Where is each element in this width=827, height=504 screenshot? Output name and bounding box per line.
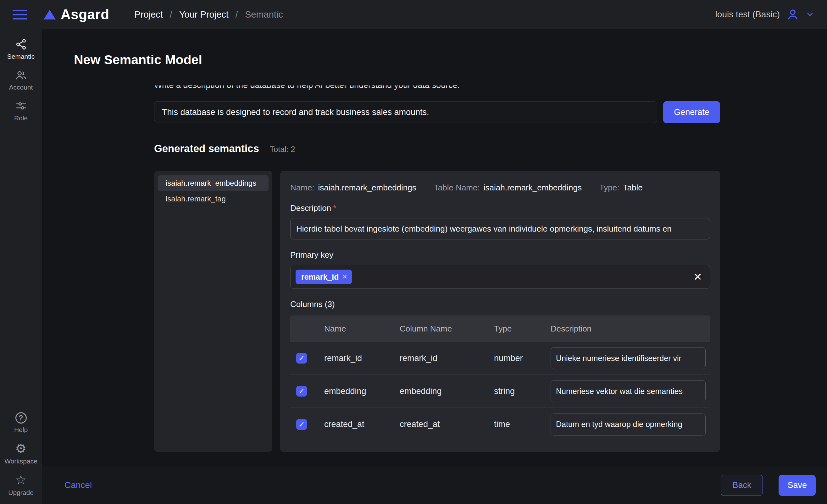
list-item-remark-embeddings[interactable]: isaiah.remark_embeddings	[158, 175, 269, 191]
footer-bar: Cancel Back Save	[42, 466, 827, 504]
breadcrumb: Project / Your Project / Semantic	[135, 9, 283, 20]
header-name: Name	[319, 324, 394, 334]
user-menu: louis test (Basic)	[715, 8, 815, 21]
footer-actions: Back Save	[721, 475, 816, 496]
table-name-value: isaiah.remark_embeddings	[484, 183, 582, 192]
sidebar-item-upgrade[interactable]: ☆ Upgrade	[0, 474, 42, 496]
tag-remove-icon[interactable]: ✕	[342, 273, 348, 281]
semantic-form: Write a description of the database to h…	[154, 86, 720, 452]
cell-type: number	[488, 353, 545, 363]
help-icon: ?	[15, 412, 27, 424]
description-field-label: Description*	[290, 203, 710, 213]
breadcrumb-separator: /	[170, 9, 172, 20]
page-content: New Semantic Model Write a description o…	[42, 29, 827, 466]
generate-button[interactable]: Generate	[663, 101, 720, 123]
sidebar-item-help[interactable]: ? Help	[0, 412, 42, 433]
save-button[interactable]: Save	[779, 475, 816, 496]
account-icon	[15, 69, 27, 81]
primary-key-select[interactable]: remark_id ✕ ✕	[290, 265, 710, 289]
primary-key-label: Primary key	[290, 250, 710, 260]
sidebar-item-role[interactable]: Role	[0, 100, 42, 121]
columns-table: Name Column Name Type Description ✓ rema…	[290, 316, 710, 441]
list-item-remark-tag[interactable]: isaiah.remark_tag	[158, 191, 269, 207]
sidebar-label: Upgrade	[8, 489, 34, 496]
column-description-input[interactable]	[550, 347, 706, 369]
name-label: Name:	[290, 183, 314, 192]
header-column-name: Column Name	[394, 324, 488, 334]
breadcrumb-separator: /	[236, 9, 238, 20]
breadcrumb-semantic: Semantic	[245, 9, 283, 20]
db-description-input[interactable]	[154, 101, 657, 123]
column-description-input[interactable]	[550, 413, 706, 436]
chevron-down-icon[interactable]	[806, 10, 815, 19]
sidebar-label: Role	[14, 115, 28, 121]
main-area: New Semantic Model Write a description o…	[42, 29, 827, 504]
user-name[interactable]: louis test (Basic)	[715, 9, 780, 19]
column-description-input[interactable]	[550, 380, 706, 402]
brand-name: Asgard	[61, 7, 109, 22]
table-row: ✓ created_at created_at time	[290, 408, 710, 441]
asgard-logo-icon	[44, 10, 56, 19]
semantic-icon	[15, 38, 27, 50]
columns-label: Columns (3)	[290, 299, 710, 309]
columns-table-header: Name Column Name Type Description	[290, 316, 710, 342]
breadcrumb-project[interactable]: Project	[135, 9, 163, 20]
star-icon: ☆	[15, 474, 27, 487]
table-name-label: Table Name:	[434, 183, 480, 192]
row-checkbox[interactable]: ✓	[296, 419, 307, 430]
page-title: New Semantic Model	[74, 52, 827, 67]
sidebar-label: Help	[14, 427, 28, 433]
topbar: Asgard Project / Your Project / Semantic…	[0, 0, 827, 29]
header-type: Type	[488, 324, 545, 334]
sidebar-item-workspace[interactable]: ⚙ Workspace	[0, 442, 42, 464]
menu-icon[interactable]	[12, 10, 28, 19]
cancel-button[interactable]: Cancel	[64, 480, 92, 490]
generate-row: Generate	[154, 101, 720, 123]
table-detail-panel: Name: isaiah.remark_embeddings Table Nam…	[280, 171, 720, 452]
cell-type: string	[488, 387, 545, 396]
sidebar-label: Semantic	[7, 53, 35, 60]
primary-key-tag: remark_id ✕	[296, 270, 352, 284]
cell-column-name: created_at	[394, 419, 488, 429]
table-description-input[interactable]	[290, 218, 710, 239]
generated-semantics-header: Generated semantics Total: 2	[154, 143, 720, 155]
cell-column-name: embedding	[394, 387, 488, 396]
tag-label: remark_id	[301, 272, 339, 282]
cell-name: remark_id	[319, 353, 394, 363]
cell-name: created_at	[319, 419, 394, 429]
required-marker: *	[333, 203, 336, 213]
name-value: isaiah.remark_embeddings	[318, 183, 416, 192]
table-meta: Name: isaiah.remark_embeddings Table Nam…	[290, 183, 710, 192]
sidebar-label: Account	[9, 84, 33, 91]
sidebar-label: Workspace	[4, 458, 37, 464]
type-label: Type:	[599, 183, 620, 192]
back-button[interactable]: Back	[721, 475, 763, 496]
user-avatar-icon[interactable]	[786, 8, 799, 21]
brand: Asgard	[44, 7, 109, 22]
breadcrumb-your-project[interactable]: Your Project	[179, 9, 229, 20]
cell-type: time	[488, 419, 545, 429]
description-hint-clipped: Write a description of the database to h…	[154, 86, 720, 91]
section-title: Generated semantics	[154, 143, 259, 155]
header-description: Description	[545, 324, 710, 334]
tables-list-panel: isaiah.remark_embeddings isaiah.remark_t…	[154, 171, 272, 452]
table-row: ✓ embedding embedding string	[290, 375, 710, 408]
sidebar-top-group: Semantic Account Role	[0, 38, 42, 121]
table-row: ✓ remark_id remark_id number	[290, 342, 710, 375]
semantics-panels: isaiah.remark_embeddings isaiah.remark_t…	[154, 171, 720, 452]
row-checkbox[interactable]: ✓	[296, 353, 307, 363]
sidebar-bottom-group: ? Help ⚙ Workspace ☆ Upgrade	[0, 412, 42, 496]
clear-selection-icon[interactable]: ✕	[693, 272, 702, 282]
sidebar-item-semantic[interactable]: Semantic	[0, 38, 42, 60]
sidebar: Semantic Account Role	[0, 29, 42, 504]
total-count: Total: 2	[270, 145, 295, 154]
gear-icon: ⚙	[15, 442, 27, 455]
sidebar-item-account[interactable]: Account	[0, 69, 42, 91]
row-checkbox[interactable]: ✓	[296, 386, 307, 397]
role-icon	[15, 100, 27, 112]
cell-column-name: remark_id	[394, 353, 488, 363]
type-value: Table	[623, 183, 642, 192]
cell-name: embedding	[319, 387, 394, 396]
